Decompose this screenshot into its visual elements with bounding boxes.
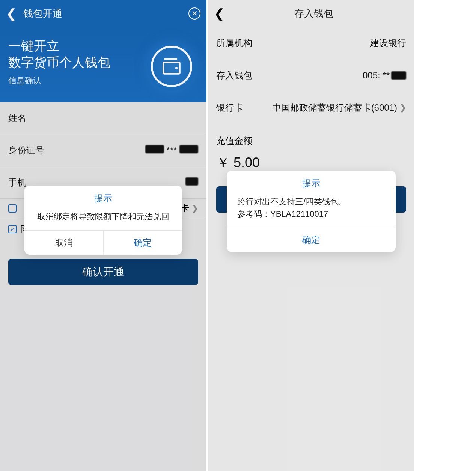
chevron-right-icon[interactable]: ❯ xyxy=(399,103,406,112)
wallet-icon xyxy=(162,58,181,75)
row-wallet[interactable]: 存入钱包 005: ** xyxy=(208,59,414,92)
wallet-hero-icon xyxy=(147,42,196,91)
dialog-msg-line1: 跨行对出不支持三/四类钱包。 xyxy=(237,195,385,208)
back-icon[interactable]: ❮ xyxy=(214,6,224,21)
close-icon[interactable]: ✕ xyxy=(188,8,200,20)
card-suffix: 卡 xyxy=(181,203,189,214)
amount-label: 充值金额 xyxy=(208,124,414,151)
svg-point-0 xyxy=(175,67,178,69)
page-title: 钱包开通 xyxy=(23,7,188,20)
dialog-buttons: 取消 确定 xyxy=(24,230,182,255)
dialog-title: 提示 xyxy=(24,186,182,208)
field-id[interactable]: 身份证号 *** xyxy=(0,134,206,166)
checkbox-icon[interactable] xyxy=(8,204,17,213)
label-name: 姓名 xyxy=(8,112,198,124)
label-bank: 银行卡 xyxy=(216,102,272,114)
row-org: 所属机构 建设银行 xyxy=(208,27,414,59)
row-bank-card[interactable]: 银行卡 中国邮政储蓄银行储蓄卡(6001) ❯ xyxy=(208,92,414,124)
dialog-ok-button[interactable]: 确定 xyxy=(104,231,182,255)
hero-banner: 一键开立 数字货币个人钱包 信息确认 xyxy=(0,27,206,102)
agree-checkbox-icon[interactable]: ✓ xyxy=(8,225,17,233)
chevron-right-icon: ❯ xyxy=(191,204,198,213)
back-icon[interactable]: ❮ xyxy=(6,6,17,21)
dialog-ok-button[interactable]: 确定 xyxy=(227,228,396,252)
value-phone xyxy=(185,177,198,188)
value-wallet: 005: ** xyxy=(363,70,406,81)
value-id: *** xyxy=(145,145,198,156)
page-title: 存入钱包 xyxy=(231,7,396,20)
dialog-message: 取消绑定将导致限额下降和无法兑回 xyxy=(24,208,182,230)
label-wallet: 存入钱包 xyxy=(216,69,363,81)
header-bar: ❮ 钱包开通 ✕ xyxy=(0,0,206,27)
screen-deposit: ❮ 存入钱包 所属机构 建设银行 存入钱包 005: ** 银行卡 中国邮政储蓄… xyxy=(208,0,414,471)
label-id: 身份证号 xyxy=(8,144,145,156)
field-name[interactable]: 姓名 xyxy=(0,102,206,134)
value-bank: 中国邮政储蓄银行储蓄卡(6001) ❯ xyxy=(272,102,406,114)
alert-dialog: 提示 取消绑定将导致限额下降和无法兑回 取消 确定 xyxy=(24,186,182,255)
dialog-message: 跨行对出不支持三/四类钱包。 参考码：YBLA12110017 xyxy=(227,193,396,228)
alert-dialog: 提示 跨行对出不支持三/四类钱包。 参考码：YBLA12110017 确定 xyxy=(227,171,396,252)
dialog-msg-line2: 参考码：YBLA12110017 xyxy=(237,208,385,220)
screen-wallet-open: ❮ 钱包开通 ✕ 一键开立 数字货币个人钱包 信息确认 姓名 身份证号 *** xyxy=(0,0,206,471)
value-org: 建设银行 xyxy=(370,37,406,49)
dialog-title: 提示 xyxy=(227,171,396,193)
header-bar: ❮ 存入钱包 xyxy=(208,0,414,27)
label-org: 所属机构 xyxy=(216,37,370,49)
confirm-open-button[interactable]: 确认开通 xyxy=(8,259,198,285)
dialog-cancel-button[interactable]: 取消 xyxy=(24,231,104,255)
